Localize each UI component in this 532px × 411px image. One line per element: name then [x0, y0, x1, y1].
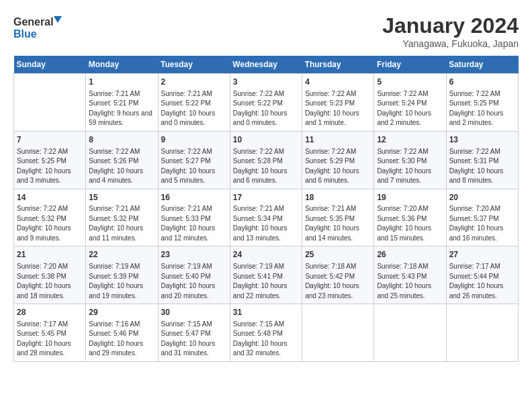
- day-number: 18: [305, 192, 371, 203]
- calendar-cell: 6Sunrise: 7:22 AM Sunset: 5:25 PM Daylig…: [446, 74, 518, 132]
- day-number: 1: [89, 77, 154, 88]
- calendar-cell: 19Sunrise: 7:20 AM Sunset: 5:36 PM Dayli…: [374, 189, 446, 246]
- day-number: 16: [161, 192, 227, 203]
- day-info: Sunrise: 7:22 AM Sunset: 5:28 PM Dayligh…: [233, 147, 299, 186]
- day-number: 14: [17, 192, 83, 203]
- day-number: 13: [449, 134, 515, 146]
- logo: GeneralBlue: [13, 13, 67, 42]
- day-info: Sunrise: 7:21 AM Sunset: 5:22 PM Dayligh…: [161, 89, 227, 128]
- day-number: 27: [449, 249, 515, 261]
- day-number: 4: [305, 77, 371, 88]
- day-info: Sunrise: 7:22 AM Sunset: 5:27 PM Dayligh…: [161, 147, 227, 186]
- day-number: 25: [305, 249, 371, 261]
- calendar-cell: 18Sunrise: 7:21 AM Sunset: 5:35 PM Dayli…: [302, 189, 374, 246]
- calendar-cell: 8Sunrise: 7:22 AM Sunset: 5:26 PM Daylig…: [86, 131, 158, 189]
- day-number: 23: [161, 249, 227, 261]
- day-number: 29: [89, 307, 154, 318]
- calendar-cell: 3Sunrise: 7:22 AM Sunset: 5:22 PM Daylig…: [230, 74, 302, 132]
- day-number: 10: [233, 134, 299, 146]
- calendar-cell: 9Sunrise: 7:22 AM Sunset: 5:27 PM Daylig…: [158, 131, 230, 189]
- day-number: 17: [233, 192, 299, 203]
- day-info: Sunrise: 7:20 AM Sunset: 5:38 PM Dayligh…: [17, 262, 83, 301]
- calendar-cell: 25Sunrise: 7:18 AM Sunset: 5:42 PM Dayli…: [302, 246, 374, 304]
- day-info: Sunrise: 7:15 AM Sunset: 5:47 PM Dayligh…: [161, 320, 227, 359]
- day-number: 19: [377, 192, 443, 203]
- svg-marker-2: [54, 16, 62, 23]
- day-number: 30: [161, 307, 227, 318]
- col-header-sunday: Sunday: [14, 56, 86, 74]
- day-info: Sunrise: 7:22 AM Sunset: 5:31 PM Dayligh…: [449, 147, 515, 186]
- week-row-5: 28Sunrise: 7:17 AM Sunset: 5:45 PM Dayli…: [14, 304, 519, 362]
- calendar-cell: [14, 74, 86, 132]
- day-number: 22: [89, 249, 154, 261]
- day-info: Sunrise: 7:20 AM Sunset: 5:37 PM Dayligh…: [449, 204, 515, 243]
- svg-text:General: General: [13, 16, 54, 28]
- day-info: Sunrise: 7:22 AM Sunset: 5:26 PM Dayligh…: [89, 147, 154, 186]
- day-number: 24: [233, 249, 299, 261]
- calendar-cell: 15Sunrise: 7:21 AM Sunset: 5:32 PM Dayli…: [86, 189, 158, 246]
- title-block: January 2024 Yanagawa, Fukuoka, Japan: [382, 13, 519, 49]
- day-number: 3: [233, 77, 299, 88]
- week-row-3: 14Sunrise: 7:22 AM Sunset: 5:32 PM Dayli…: [14, 189, 519, 246]
- day-info: Sunrise: 7:21 AM Sunset: 5:35 PM Dayligh…: [305, 204, 371, 243]
- calendar-cell: 21Sunrise: 7:20 AM Sunset: 5:38 PM Dayli…: [14, 246, 86, 304]
- day-number: 6: [449, 77, 515, 88]
- col-header-monday: Monday: [86, 56, 158, 74]
- day-number: 20: [449, 192, 515, 203]
- day-info: Sunrise: 7:21 AM Sunset: 5:33 PM Dayligh…: [161, 204, 227, 243]
- day-number: 15: [89, 192, 154, 203]
- calendar-cell: 7Sunrise: 7:22 AM Sunset: 5:25 PM Daylig…: [14, 131, 86, 189]
- calendar-cell: [302, 304, 374, 362]
- location: Yanagawa, Fukuoka, Japan: [382, 38, 519, 49]
- day-info: Sunrise: 7:18 AM Sunset: 5:42 PM Dayligh…: [305, 262, 371, 301]
- header-row: SundayMondayTuesdayWednesdayThursdayFrid…: [14, 56, 519, 74]
- day-number: 11: [305, 134, 371, 146]
- day-number: 5: [377, 77, 443, 88]
- calendar-cell: 16Sunrise: 7:21 AM Sunset: 5:33 PM Dayli…: [158, 189, 230, 246]
- day-info: Sunrise: 7:17 AM Sunset: 5:45 PM Dayligh…: [17, 320, 83, 359]
- calendar-cell: 2Sunrise: 7:21 AM Sunset: 5:22 PM Daylig…: [158, 74, 230, 132]
- day-number: 7: [17, 134, 83, 146]
- calendar-cell: 27Sunrise: 7:17 AM Sunset: 5:44 PM Dayli…: [446, 246, 518, 304]
- calendar-cell: 29Sunrise: 7:16 AM Sunset: 5:46 PM Dayli…: [86, 304, 158, 362]
- calendar-cell: 14Sunrise: 7:22 AM Sunset: 5:32 PM Dayli…: [14, 189, 86, 246]
- calendar-cell: 5Sunrise: 7:22 AM Sunset: 5:24 PM Daylig…: [374, 74, 446, 132]
- calendar-table: SundayMondayTuesdayWednesdayThursdayFrid…: [13, 56, 519, 362]
- day-info: Sunrise: 7:19 AM Sunset: 5:41 PM Dayligh…: [233, 262, 299, 301]
- day-number: 28: [17, 307, 83, 318]
- day-number: 21: [17, 249, 83, 261]
- calendar-cell: 1Sunrise: 7:21 AM Sunset: 5:21 PM Daylig…: [86, 74, 158, 132]
- calendar-cell: [446, 304, 518, 362]
- calendar-cell: 30Sunrise: 7:15 AM Sunset: 5:47 PM Dayli…: [158, 304, 230, 362]
- day-info: Sunrise: 7:22 AM Sunset: 5:23 PM Dayligh…: [305, 89, 371, 128]
- page-header: GeneralBlue January 2024 Yanagawa, Fukuo…: [13, 13, 519, 49]
- day-number: 9: [161, 134, 227, 146]
- week-row-4: 21Sunrise: 7:20 AM Sunset: 5:38 PM Dayli…: [14, 246, 519, 304]
- calendar-cell: 23Sunrise: 7:19 AM Sunset: 5:40 PM Dayli…: [158, 246, 230, 304]
- day-info: Sunrise: 7:22 AM Sunset: 5:30 PM Dayligh…: [377, 147, 443, 186]
- day-info: Sunrise: 7:19 AM Sunset: 5:40 PM Dayligh…: [161, 262, 227, 301]
- calendar-cell: 31Sunrise: 7:15 AM Sunset: 5:48 PM Dayli…: [230, 304, 302, 362]
- calendar-cell: 13Sunrise: 7:22 AM Sunset: 5:31 PM Dayli…: [446, 131, 518, 189]
- day-info: Sunrise: 7:18 AM Sunset: 5:43 PM Dayligh…: [377, 262, 443, 301]
- day-info: Sunrise: 7:19 AM Sunset: 5:39 PM Dayligh…: [89, 262, 154, 301]
- month-title: January 2024: [382, 13, 519, 38]
- calendar-cell: 22Sunrise: 7:19 AM Sunset: 5:39 PM Dayli…: [86, 246, 158, 304]
- day-info: Sunrise: 7:16 AM Sunset: 5:46 PM Dayligh…: [89, 320, 154, 359]
- day-info: Sunrise: 7:17 AM Sunset: 5:44 PM Dayligh…: [449, 262, 515, 301]
- day-info: Sunrise: 7:15 AM Sunset: 5:48 PM Dayligh…: [233, 320, 299, 359]
- day-info: Sunrise: 7:22 AM Sunset: 5:22 PM Dayligh…: [233, 89, 299, 128]
- week-row-2: 7Sunrise: 7:22 AM Sunset: 5:25 PM Daylig…: [14, 131, 519, 189]
- calendar-cell: 24Sunrise: 7:19 AM Sunset: 5:41 PM Dayli…: [230, 246, 302, 304]
- col-header-friday: Friday: [374, 56, 446, 74]
- col-header-wednesday: Wednesday: [230, 56, 302, 74]
- day-info: Sunrise: 7:22 AM Sunset: 5:24 PM Dayligh…: [377, 89, 443, 128]
- calendar-cell: 26Sunrise: 7:18 AM Sunset: 5:43 PM Dayli…: [374, 246, 446, 304]
- col-header-saturday: Saturday: [446, 56, 518, 74]
- day-info: Sunrise: 7:21 AM Sunset: 5:34 PM Dayligh…: [233, 204, 299, 243]
- calendar-cell: 12Sunrise: 7:22 AM Sunset: 5:30 PM Dayli…: [374, 131, 446, 189]
- day-info: Sunrise: 7:21 AM Sunset: 5:21 PM Dayligh…: [89, 89, 154, 128]
- day-info: Sunrise: 7:22 AM Sunset: 5:32 PM Dayligh…: [17, 204, 83, 243]
- calendar-cell: 10Sunrise: 7:22 AM Sunset: 5:28 PM Dayli…: [230, 131, 302, 189]
- logo-svg: GeneralBlue: [13, 13, 67, 42]
